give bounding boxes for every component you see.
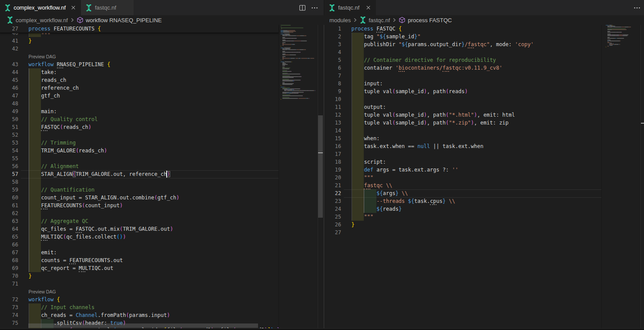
line-number[interactable]: 12: [323, 111, 341, 119]
more-actions-button[interactable]: [310, 3, 319, 13]
line-number[interactable]: 48: [0, 100, 18, 108]
line-number[interactable]: 1: [323, 25, 341, 33]
line-number[interactable]: 68: [0, 256, 18, 264]
code-line[interactable]: 5 // Container directive for reproducibi…: [323, 56, 644, 64]
tab-close-button[interactable]: [69, 3, 77, 12]
breadcrumb-item[interactable]: workflow RNASEQ_PIPELINE: [77, 17, 162, 24]
line-number[interactable]: 74: [0, 311, 18, 319]
line-number[interactable]: 45: [0, 76, 18, 84]
line-number[interactable]: 24: [323, 205, 341, 213]
breadcrumb-item[interactable]: complex_workflow.nf: [7, 17, 68, 24]
code-line[interactable]: 26}: [323, 221, 644, 229]
code-line[interactable]: 22 ${args} \\: [323, 189, 644, 197]
line-number[interactable]: 70: [0, 272, 18, 280]
code-line[interactable]: 14: [323, 127, 644, 135]
line-number[interactable]: 71: [0, 280, 18, 288]
code-line[interactable]: 12 tuple val(sample_id), path("*.html"),…: [323, 111, 644, 119]
code-line[interactable]: 44 take:: [0, 68, 324, 76]
codelens-preview-dag[interactable]: Preview DAG: [29, 288, 56, 296]
code-line[interactable]: 50 // Quality control: [0, 115, 324, 123]
line-number[interactable]: 18: [323, 158, 341, 166]
line-number[interactable]: 14: [323, 127, 341, 135]
line-number[interactable]: 58: [0, 178, 18, 186]
line-number[interactable]: 21: [323, 182, 341, 189]
breadcrumb-item[interactable]: process FASTQC: [399, 17, 452, 24]
code-line[interactable]: 51 FASTQC(reads_ch): [0, 123, 324, 131]
code-line[interactable]: 41}: [0, 37, 324, 45]
code-line[interactable]: 17: [323, 150, 644, 158]
code-line[interactable]: 70}: [0, 272, 324, 280]
code-line[interactable]: 55: [0, 155, 324, 162]
code-line[interactable]: 9 tuple val(sample_id), path(reads): [323, 88, 644, 95]
code-line[interactable]: 13 tuple val(sample_id), path("*.zip"), …: [323, 119, 644, 127]
line-number[interactable]: 41: [0, 37, 18, 45]
line-number[interactable]: 62: [0, 209, 18, 217]
line-number[interactable]: 7: [323, 72, 341, 80]
line-number[interactable]: 16: [323, 142, 341, 150]
code-line[interactable]: 3 publishDir "${params.output_dir}/fastq…: [323, 40, 644, 48]
code-line[interactable]: 7: [323, 72, 644, 80]
code-line[interactable]: 15 when:: [323, 135, 644, 142]
line-number[interactable]: 51: [0, 123, 18, 131]
code-line[interactable]: 10: [323, 95, 644, 103]
code-line[interactable]: 61 FEATURECOUNTS(count_input): [0, 202, 324, 209]
editor-tab[interactable]: fastqc.nf: [324, 0, 376, 15]
code-line[interactable]: 57 STAR_ALIGN(TRIM_GALORE.out, reference…: [0, 170, 324, 178]
line-number[interactable]: 65: [0, 233, 18, 241]
line-number[interactable]: 27: [323, 229, 341, 236]
line-number[interactable]: 19: [323, 166, 341, 174]
sticky-scroll-line[interactable]: 27process FEATURECOUNTS {: [0, 25, 278, 33]
line-number[interactable]: 5: [323, 56, 341, 64]
line-number[interactable]: 15: [323, 135, 341, 142]
editor-left[interactable]: 40 """41}42Preview DAG43workflow RNASEQ_…: [0, 25, 324, 330]
code-line[interactable]: 59 // Quantification: [0, 186, 324, 194]
code-line[interactable]: 45 reads_ch: [0, 76, 324, 84]
code-line[interactable]: 66: [0, 241, 324, 249]
line-number[interactable]: 69: [0, 264, 18, 272]
line-number[interactable]: 22: [323, 189, 341, 197]
line-number[interactable]: 47: [0, 92, 18, 100]
line-number[interactable]: 23: [323, 197, 341, 205]
line-number[interactable]: 2: [323, 33, 341, 40]
code-line[interactable]: 24 ${reads}: [323, 205, 644, 213]
line-number[interactable]: 13: [323, 119, 341, 127]
code-line[interactable]: 4: [323, 48, 644, 56]
code-line[interactable]: 65 MULTIQC(qc_files.collect()): [0, 233, 324, 241]
code-line[interactable]: 2 tag "${sample_id}": [323, 33, 644, 40]
editor-tab[interactable]: complex_workflow.nf: [0, 0, 81, 15]
code-line[interactable]: 67 emit:: [0, 249, 324, 256]
code-line[interactable]: 64 qc_files = FASTQC.out.mix(TRIM_GALORE…: [0, 225, 324, 233]
code-line[interactable]: 46 reference_ch: [0, 84, 324, 92]
code-line[interactable]: 47 gtf_ch: [0, 92, 324, 100]
code-line[interactable]: 23 --threads ${task.cpus} \\: [323, 197, 644, 205]
code-line[interactable]: 11 output:: [323, 103, 644, 111]
line-number[interactable]: 72: [0, 296, 18, 303]
code-line[interactable]: 19 def args = task.ext.args ?: '': [323, 166, 644, 174]
line-number[interactable]: 60: [0, 194, 18, 202]
vertical-scrollbar[interactable]: [641, 25, 644, 330]
code-line[interactable]: 63 // Aggregate QC: [0, 217, 324, 225]
horizontal-scrollbar-slider[interactable]: [28, 323, 258, 328]
line-number[interactable]: 67: [0, 249, 18, 256]
code-line[interactable]: 1process FASTQC {: [323, 25, 644, 33]
breadcrumb-item[interactable]: fastqc.nf: [359, 17, 390, 24]
code-line[interactable]: 20 """: [323, 174, 644, 182]
code-line[interactable]: 69 qc_report = MULTIQC.out: [0, 264, 324, 272]
line-number[interactable]: 54: [0, 147, 18, 155]
line-number[interactable]: 64: [0, 225, 18, 233]
code-line[interactable]: 72workflow {: [0, 296, 324, 303]
code-line[interactable]: 53 // Trimming: [0, 139, 324, 147]
more-actions-button[interactable]: [632, 3, 642, 13]
line-number[interactable]: 6: [323, 64, 341, 72]
line-number[interactable]: 11: [323, 103, 341, 111]
line-number[interactable]: 55: [0, 155, 18, 162]
line-number[interactable]: 20: [323, 174, 341, 182]
code-line[interactable]: 52: [0, 131, 324, 139]
line-number[interactable]: 73: [0, 303, 18, 311]
code-line[interactable]: 18 script:: [323, 158, 644, 166]
line-number[interactable]: 42: [0, 45, 18, 53]
line-number[interactable]: 44: [0, 68, 18, 76]
code-line[interactable]: 43workflow RNASEQ_PIPELINE {: [0, 61, 324, 68]
editor-right[interactable]: 1process FASTQC {2 tag "${sample_id}"3 p…: [323, 25, 644, 330]
code-line[interactable]: 74 ch_reads = Channel.fromPath(params.in…: [0, 311, 324, 319]
